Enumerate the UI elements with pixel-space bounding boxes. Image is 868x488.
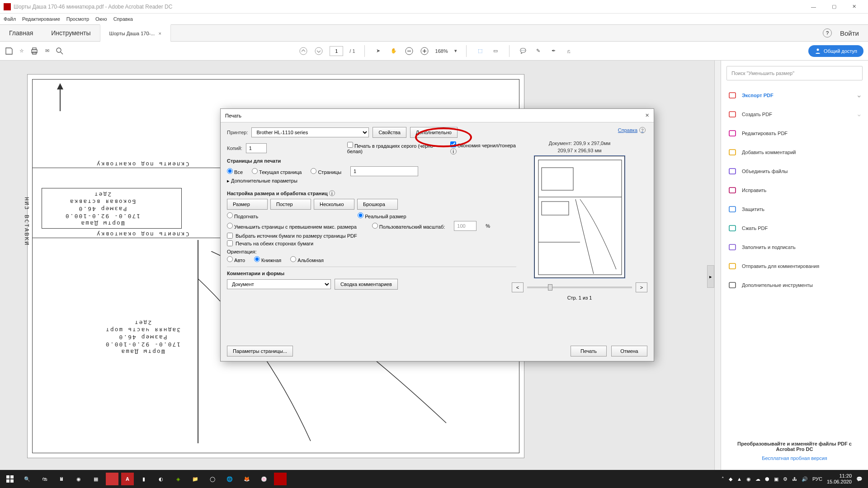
side-tool-3[interactable]: Добавить комментарий — [721, 143, 868, 162]
menu-help[interactable]: Справка — [113, 16, 133, 22]
comments-select[interactable]: Документ — [227, 279, 331, 289]
search-icon[interactable] — [55, 47, 64, 56]
tab-tools[interactable]: Инструменты — [42, 24, 99, 42]
pointer-icon[interactable]: ➤ — [374, 47, 383, 56]
side-tool-8[interactable]: Заполнить и подписать — [721, 238, 868, 257]
tray-icon-8[interactable]: 🖧 — [792, 476, 797, 482]
close-button[interactable]: ✕ — [844, 0, 864, 14]
tab-document[interactable]: Шорты Даша 170-... × — [100, 24, 171, 42]
tb-app3-icon[interactable]: A — [121, 473, 134, 485]
zoom-out-icon[interactable] — [405, 47, 414, 56]
tray-icon-2[interactable]: ▲ — [737, 476, 742, 482]
tb-xbox-icon[interactable]: ◉ — [71, 472, 86, 486]
tray-icon-6[interactable]: ▣ — [774, 476, 778, 482]
tb-calc-icon[interactable]: 🖩 — [54, 472, 69, 486]
size-tab-poster[interactable]: Постер — [270, 199, 311, 210]
tb-app7-icon[interactable]: 🍥 — [257, 472, 271, 486]
tb-store-icon[interactable]: 🛍 — [37, 472, 52, 486]
menu-window[interactable]: Окно — [95, 16, 107, 22]
zoom-in-icon[interactable] — [420, 47, 429, 56]
page-setup-button[interactable]: Параметры страницы... — [227, 346, 293, 357]
preview-slider[interactable] — [527, 286, 632, 288]
preview-next-button[interactable]: > — [636, 282, 647, 292]
dialog-close-icon[interactable]: ✕ — [645, 113, 649, 118]
custom-scale-input[interactable] — [454, 221, 476, 231]
tb-app6-icon[interactable]: ◈ — [171, 472, 185, 486]
page-number-input[interactable] — [330, 46, 343, 56]
page-up-icon[interactable] — [299, 47, 308, 56]
stamp-icon[interactable]: ⎌ — [565, 47, 574, 56]
tray-notifications-icon[interactable]: 💬 — [856, 476, 863, 482]
preview-prev-button[interactable]: < — [512, 282, 524, 292]
maximize-button[interactable]: ▢ — [824, 0, 844, 14]
radio-landscape[interactable]: Альбомная — [290, 256, 324, 263]
menu-edit[interactable]: Редактирование — [22, 16, 60, 22]
tray-chevron-icon[interactable]: ˄ — [722, 476, 724, 482]
side-tool-2[interactable]: Редактировать PDF — [721, 124, 868, 143]
star-icon[interactable]: ☆ — [17, 47, 26, 56]
side-tool-9[interactable]: Отправить для комментирования — [721, 257, 868, 276]
print-button[interactable]: Печать — [571, 346, 607, 357]
tb-firefox-icon[interactable]: 🦊 — [240, 472, 254, 486]
radio-pages[interactable]: Страницы — [311, 168, 341, 175]
dialog-help-link[interactable]: Справка? — [618, 127, 646, 133]
print-icon[interactable] — [30, 47, 39, 56]
comment-icon[interactable]: 💬 — [519, 47, 528, 56]
hand-icon[interactable]: ✋ — [389, 47, 398, 56]
side-tool-6[interactable]: Защитить — [721, 200, 868, 219]
side-tool-7[interactable]: Сжать PDF — [721, 219, 868, 238]
vertical-scrollbar[interactable] — [714, 61, 721, 470]
start-button[interactable] — [3, 472, 17, 486]
paper-source-checkbox[interactable] — [227, 233, 233, 239]
radio-custom[interactable]: Пользовательский масштаб: — [372, 223, 445, 230]
side-tool-4[interactable]: Объединить файлы — [721, 162, 868, 181]
radio-real[interactable]: Реальный размер — [358, 212, 406, 219]
menu-view[interactable]: Просмотр — [66, 16, 89, 22]
sign-icon[interactable]: ✒ — [549, 47, 558, 56]
help-icon[interactable]: ? — [823, 28, 832, 38]
tb-acrobat-icon[interactable] — [274, 473, 287, 485]
tab-home[interactable]: Главная — [0, 24, 42, 42]
size-tab-multi[interactable]: Несколько — [314, 199, 354, 210]
copies-input[interactable] — [246, 143, 267, 153]
side-tool-10[interactable]: Дополнительные инструменты — [721, 276, 868, 295]
grayscale-checkbox[interactable] — [347, 142, 353, 148]
tb-search-icon[interactable]: 🔍 — [20, 472, 34, 486]
fit-width-icon[interactable]: ⬚ — [476, 47, 485, 56]
save-icon[interactable] — [5, 47, 14, 56]
size-tab-booklet[interactable]: Брошюра — [357, 199, 398, 210]
page-down-icon[interactable] — [314, 47, 323, 56]
radio-auto[interactable]: Авто — [227, 256, 245, 263]
zoom-value[interactable]: 168% — [435, 48, 448, 54]
side-search[interactable]: Поиск "Уменьшить размер" — [726, 66, 863, 80]
radio-fit[interactable]: Подогнать — [227, 212, 258, 219]
tray-icon-3[interactable]: ◉ — [746, 476, 751, 482]
side-tool-0[interactable]: Экспорт PDF⌵ — [721, 86, 868, 105]
tb-explorer-icon[interactable]: 📁 — [188, 472, 203, 486]
tray-icon-7[interactable]: ⚙ — [783, 476, 788, 482]
comments-summary-button[interactable]: Сводка комментариев — [335, 279, 398, 290]
tb-steam-icon[interactable]: ◯ — [205, 472, 220, 486]
promo-link[interactable]: Бесплатная пробная версия — [730, 455, 859, 461]
more-params-toggle[interactable]: ▸ Дополнительные параметры — [227, 178, 516, 184]
tray-icon-1[interactable]: ◆ — [729, 476, 732, 482]
minimize-button[interactable]: — — [803, 0, 824, 14]
tab-close-icon[interactable]: × — [158, 31, 161, 36]
tb-chrome-icon[interactable]: 🌐 — [222, 472, 237, 486]
radio-portrait[interactable]: Книжная — [254, 256, 281, 263]
tb-app1-icon[interactable]: ▦ — [89, 472, 103, 486]
size-tab-size[interactable]: Размер — [227, 199, 268, 210]
tray-icon-5[interactable]: ⬢ — [765, 476, 769, 482]
radio-current[interactable]: Текущая страница — [252, 168, 302, 175]
share-button[interactable]: Общий доступ — [808, 45, 863, 57]
advanced-button[interactable]: Дополнительно — [410, 127, 458, 138]
radio-shrink[interactable]: Уменьшить страницы с превышением макс. р… — [227, 223, 357, 230]
tb-app4-icon[interactable]: ▮ — [137, 472, 151, 486]
tray-clock[interactable]: 11:2015.06.2020 — [827, 473, 852, 485]
fit-page-icon[interactable]: ▭ — [491, 47, 500, 56]
tb-app5-icon[interactable]: ◐ — [154, 472, 168, 486]
properties-button[interactable]: Свойства — [373, 127, 406, 138]
tray-icon-4[interactable]: ☁ — [755, 476, 760, 482]
printer-select[interactable]: Brother HL-1110 series — [251, 127, 369, 137]
tray-volume-icon[interactable]: 🔊 — [802, 476, 808, 482]
